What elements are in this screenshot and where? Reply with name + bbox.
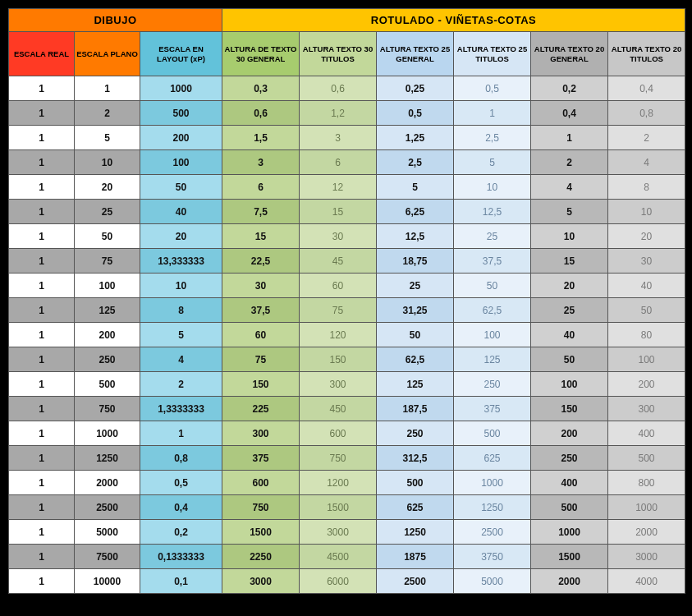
cell-layout: 0,1 (140, 569, 222, 594)
cell-layout: 0,2 (140, 520, 222, 545)
cell-real: 1 (9, 298, 75, 323)
cell-real: 1 (9, 224, 75, 249)
cell-layout: 500 (140, 101, 222, 126)
cell-25t: 0,5 (454, 76, 531, 101)
header-texto20-titulos: ALTURA TEXTO 20 TITULOS (608, 32, 685, 76)
cell-real: 1 (9, 471, 75, 495)
cell-plano: 1 (75, 76, 140, 101)
cell-layout: 2 (140, 372, 222, 397)
cell-25t: 1 (454, 101, 531, 126)
cell-20g: 250 (531, 446, 608, 471)
header-texto30-titulos: ALTURA TEXTO 30 TITULOS (300, 32, 377, 76)
cell-real: 1 (9, 175, 75, 200)
cell-30g: 3 (222, 150, 300, 175)
cell-real: 1 (9, 421, 75, 446)
cell-plano: 20 (75, 175, 140, 200)
cell-plano: 100 (75, 274, 140, 298)
cell-30g: 2250 (222, 545, 300, 569)
cell-plano: 25 (75, 200, 140, 224)
cell-layout: 10 (140, 274, 222, 298)
table-row: 1205061251048 (9, 175, 685, 200)
section-rotulado: ROTULADO - VIÑETAS-COTAS (222, 9, 685, 32)
cell-layout: 1,3333333 (140, 397, 222, 421)
cell-plano: 250 (75, 347, 140, 372)
cell-20g: 500 (531, 495, 608, 520)
cell-real: 1 (9, 569, 75, 594)
cell-25t: 5000 (454, 569, 531, 594)
cell-25t: 5 (454, 150, 531, 175)
cell-20g: 100 (531, 372, 608, 397)
cell-20g: 400 (531, 471, 608, 495)
cell-25g: 0,25 (377, 76, 454, 101)
cell-25g: 625 (377, 495, 454, 520)
cell-plano: 200 (75, 323, 140, 347)
table-row: 150000,2150030001250250010002000 (9, 520, 685, 545)
cell-30g: 1500 (222, 520, 300, 545)
table-row: 15020153012,5251020 (9, 224, 685, 249)
scale-table-wrapper: DIBUJO ROTULADO - VIÑETAS-COTAS ESCALA R… (8, 8, 684, 594)
cell-plano: 75 (75, 249, 140, 274)
cell-plano: 2 (75, 101, 140, 126)
header-texto25-titulos: ALTURA TEXTO 25 TITULOS (454, 32, 531, 76)
cell-25t: 250 (454, 372, 531, 397)
cell-25t: 100 (454, 323, 531, 347)
cell-real: 1 (9, 274, 75, 298)
cell-20g: 0,4 (531, 101, 608, 126)
cell-20g: 20 (531, 274, 608, 298)
cell-25g: 312,5 (377, 446, 454, 471)
cell-layout: 200 (140, 126, 222, 150)
cell-plano: 500 (75, 372, 140, 397)
cell-layout: 4 (140, 347, 222, 372)
cell-25g: 0,5 (377, 101, 454, 126)
cell-30t: 60 (300, 274, 377, 298)
cell-25t: 37,5 (454, 249, 531, 274)
cell-30t: 1500 (300, 495, 377, 520)
table-row: 15002150300125250100200 (9, 372, 685, 397)
cell-20t: 800 (608, 471, 685, 495)
cell-30g: 1,5 (222, 126, 300, 150)
cell-plano: 2500 (75, 495, 140, 520)
cell-20t: 40 (608, 274, 685, 298)
cell-25t: 1000 (454, 471, 531, 495)
header-texto25-general: ALTURA TEXTO 25 GENERAL (377, 32, 454, 76)
cell-layout: 20 (140, 224, 222, 249)
cell-25g: 1,25 (377, 126, 454, 150)
header-texto30-general: ALTURA DE TEXTO 30 GENERAL (222, 32, 300, 76)
cell-real: 1 (9, 150, 75, 175)
cell-20g: 200 (531, 421, 608, 446)
cell-30g: 375 (222, 446, 300, 471)
cell-20t: 8 (608, 175, 685, 200)
table-row: 1125837,57531,2562,52550 (9, 298, 685, 323)
cell-30t: 150 (300, 347, 377, 372)
cell-layout: 0,8 (140, 446, 222, 471)
cell-20t: 200 (608, 372, 685, 397)
table-row: 1200560120501004080 (9, 323, 685, 347)
scale-table: DIBUJO ROTULADO - VIÑETAS-COTAS ESCALA R… (8, 8, 685, 594)
cell-plano: 50 (75, 224, 140, 249)
table-row: 1100000,1300060002500500020004000 (9, 569, 685, 594)
cell-25g: 5 (377, 175, 454, 200)
table-row: 152001,531,252,512 (9, 126, 685, 150)
cell-20g: 150 (531, 397, 608, 421)
cell-plano: 7500 (75, 545, 140, 569)
cell-30g: 600 (222, 471, 300, 495)
cell-20t: 0,8 (608, 101, 685, 126)
table-row: 110100362,5524 (9, 150, 685, 175)
cell-real: 1 (9, 76, 75, 101)
header-escala-layout: ESCALA EN LAYOUT (xP) (140, 32, 222, 76)
cell-30t: 3000 (300, 520, 377, 545)
cell-20t: 500 (608, 446, 685, 471)
cell-layout: 50 (140, 175, 222, 200)
cell-30t: 1,2 (300, 101, 377, 126)
cell-30t: 600 (300, 421, 377, 446)
cell-25g: 500 (377, 471, 454, 495)
cell-30g: 6 (222, 175, 300, 200)
table-body: 1110000,30,60,250,50,20,4125000,61,20,51… (9, 76, 685, 594)
cell-20t: 4 (608, 150, 685, 175)
cell-real: 1 (9, 397, 75, 421)
cell-30g: 0,6 (222, 101, 300, 126)
cell-layout: 13,333333 (140, 249, 222, 274)
cell-real: 1 (9, 101, 75, 126)
cell-30t: 0,6 (300, 76, 377, 101)
cell-25t: 50 (454, 274, 531, 298)
